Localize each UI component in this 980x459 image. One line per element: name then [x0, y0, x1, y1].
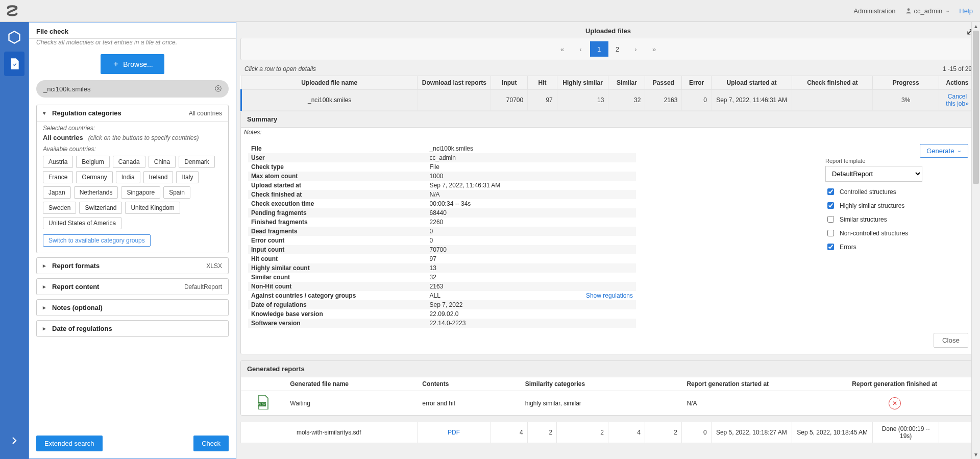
- report-option-checkbox[interactable]: [827, 216, 834, 223]
- uploads-table-continued: mols-with-similaritys.sdf PDF 4 2 2 4 2 …: [240, 422, 976, 443]
- country-united-kingdom[interactable]: United Kingdom: [125, 202, 180, 214]
- regulation-head[interactable]: Regulation categories All countries: [37, 105, 228, 121]
- browse-button[interactable]: ＋ Browse...: [101, 54, 164, 74]
- report-option-checkbox[interactable]: [827, 244, 834, 250]
- report-option-checkbox[interactable]: [827, 188, 834, 195]
- summary-key: Non-Hit count: [248, 282, 427, 291]
- report-option-checkbox[interactable]: [827, 202, 834, 209]
- pdf-download-link[interactable]: PDF: [448, 429, 460, 436]
- country-austria[interactable]: Austria: [43, 156, 73, 168]
- summary-value: 22.09.02.0: [427, 309, 636, 319]
- check-button[interactable]: Check: [193, 436, 229, 451]
- report-option[interactable]: Highly similar structures: [825, 201, 968, 210]
- country-ireland[interactable]: Ireland: [143, 171, 174, 183]
- uploads-col: Input: [491, 76, 528, 90]
- report-template-select[interactable]: DefaultReport: [825, 166, 922, 182]
- pager-first-icon[interactable]: «: [553, 41, 572, 57]
- app-logo-icon: [5, 4, 19, 18]
- regulation-title: Regulation categories: [43, 109, 121, 117]
- country-switzerland[interactable]: Switzerland: [79, 202, 122, 214]
- report-formats-value: XLSX: [206, 262, 222, 270]
- scroll-up-icon[interactable]: ▲: [972, 22, 980, 31]
- cancel-job-link[interactable]: Cancel this job»: [946, 93, 969, 107]
- scroll-thumb[interactable]: [973, 31, 979, 184]
- uploads-col: Uploaded file name: [241, 76, 418, 90]
- country-singapore[interactable]: Singapore: [121, 186, 160, 199]
- close-button[interactable]: Close: [934, 333, 968, 348]
- summary-value: N/A: [427, 190, 636, 199]
- country-japan[interactable]: Japan: [43, 186, 71, 199]
- report-option[interactable]: Errors: [825, 242, 968, 252]
- country-sweden[interactable]: Sweden: [43, 202, 76, 214]
- notes-section[interactable]: Notes (optional): [36, 299, 229, 316]
- plus-icon: ＋: [112, 59, 120, 69]
- country-denmark[interactable]: Denmark: [179, 156, 215, 168]
- notes-title: Notes (optional): [43, 304, 103, 311]
- country-italy[interactable]: Italy: [176, 171, 199, 183]
- generated-reports-title: Generated reports: [241, 361, 975, 377]
- pager-prev-icon[interactable]: ‹: [572, 41, 590, 57]
- report-option[interactable]: Controlled structures: [825, 187, 968, 197]
- summary-key: Dead fragments: [248, 227, 427, 236]
- row-click-hint: Click a row to open details: [244, 65, 316, 73]
- scroll-down-icon[interactable]: ▼: [972, 450, 980, 459]
- country-canada[interactable]: Canada: [113, 156, 145, 168]
- nav-file-check-item[interactable]: [4, 52, 24, 76]
- user-menu[interactable]: cc_admin: [905, 7, 950, 15]
- regulation-categories-section: Regulation categories All countries Sele…: [36, 105, 229, 253]
- pager-last-icon[interactable]: »: [645, 41, 664, 57]
- summary-value: ALLShow regulations: [427, 291, 636, 300]
- extended-search-button[interactable]: Extended search: [36, 436, 103, 451]
- gr-col-end: Report generation finished at: [843, 377, 946, 391]
- xlsx-file-icon[interactable]: XLSX: [257, 395, 269, 409]
- country-india[interactable]: India: [116, 171, 140, 183]
- country-netherlands[interactable]: Netherlands: [74, 186, 118, 199]
- report-formats-section[interactable]: Report formats XLSX: [36, 257, 229, 274]
- country-united-states-of-america[interactable]: United States of America: [43, 217, 121, 229]
- summary-title: Summary: [241, 111, 975, 128]
- table-row[interactable]: mols-with-similaritys.sdf PDF 4 2 2 4 2 …: [241, 422, 976, 443]
- main-title: Uploaded files: [585, 27, 631, 35]
- summary-key: Hit count: [248, 254, 427, 263]
- nav-hex-item[interactable]: [4, 25, 24, 50]
- summary-value: 32: [427, 273, 636, 282]
- file-chip-clear-icon[interactable]: ⓧ: [215, 84, 222, 93]
- table-row[interactable]: _nci100k.smiles 70700 97 13 32 2163 0 Se…: [241, 90, 976, 111]
- summary-key: Check finished at: [248, 190, 427, 199]
- vertical-scrollbar[interactable]: ▲ ▼: [971, 22, 980, 459]
- svg-text:XLSX: XLSX: [258, 403, 265, 406]
- show-regulations-link[interactable]: Show regulations: [586, 292, 633, 299]
- summary-key: User: [248, 153, 427, 162]
- summary-key: Similar count: [248, 273, 427, 282]
- summary-value: Sep 7, 2022: [427, 300, 636, 309]
- nav-expand-icon[interactable]: [4, 428, 24, 453]
- generate-button[interactable]: Generate: [920, 144, 968, 158]
- administration-link[interactable]: Administration: [853, 7, 895, 15]
- country-spain[interactable]: Spain: [163, 186, 190, 199]
- date-of-regulations-section[interactable]: Date of regulations: [36, 320, 229, 337]
- summary-key: Check execution time: [248, 199, 427, 208]
- summary-value: 70700: [427, 245, 636, 254]
- switch-category-groups-link[interactable]: Switch to available category groups: [43, 234, 151, 247]
- report-option-checkbox[interactable]: [827, 230, 834, 236]
- country-china[interactable]: China: [149, 156, 176, 168]
- report-option-label: Highly similar structures: [840, 202, 904, 209]
- main: Uploaded files ⤢ « ‹ 1 2 › » Click a row…: [236, 22, 980, 459]
- summary-value: 1000: [427, 172, 636, 181]
- summary-key: Against countries / category groups: [248, 291, 427, 300]
- report-option[interactable]: Non-controlled structures: [825, 228, 968, 238]
- delete-report-icon[interactable]: ✕: [889, 397, 901, 409]
- country-belgium[interactable]: Belgium: [76, 156, 109, 168]
- summary-value: 2163: [427, 282, 636, 291]
- help-link[interactable]: Help: [959, 7, 973, 15]
- country-france[interactable]: France: [43, 171, 73, 183]
- summary-value: 0: [427, 236, 636, 245]
- pager-page-1[interactable]: 1: [590, 41, 608, 57]
- report-content-section[interactable]: Report content DefaultReport: [36, 278, 229, 295]
- pager-page-2[interactable]: 2: [608, 41, 627, 57]
- gr-col-cat: Similarity categories: [520, 377, 682, 391]
- report-option[interactable]: Similar structures: [825, 214, 968, 224]
- country-germany[interactable]: Germany: [76, 171, 112, 183]
- summary-value: 97: [427, 254, 636, 263]
- pager-next-icon[interactable]: ›: [627, 41, 645, 57]
